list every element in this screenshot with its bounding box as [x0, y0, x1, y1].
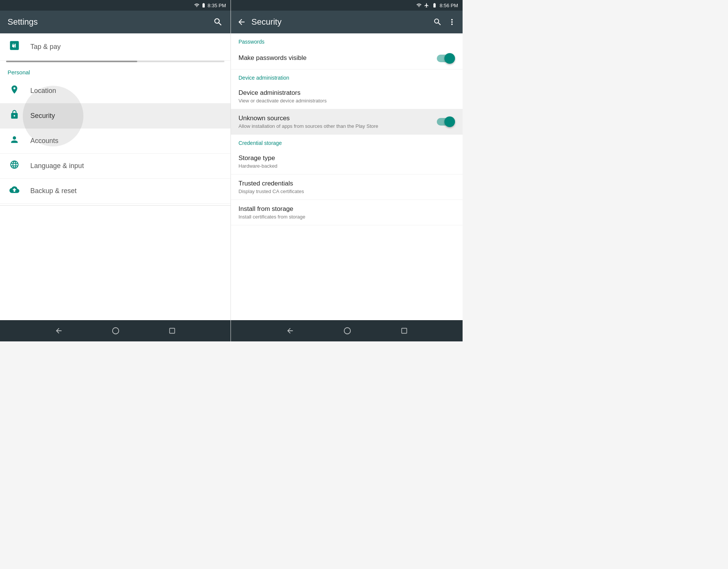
unknown-sources-toggle[interactable] [437, 116, 455, 127]
top-bar-right: Security [231, 11, 463, 33]
svg-rect-3 [402, 328, 406, 333]
accounts-label: Accounts [30, 137, 58, 145]
back-nav-icon-left[interactable] [55, 327, 63, 335]
install-from-storage-item[interactable]: Install from storage Install certificate… [231, 200, 463, 225]
right-panel: 8:56 PM Security Passwords Make password… [231, 0, 463, 341]
settings-title: Settings [8, 17, 38, 27]
back-button[interactable] [237, 17, 246, 27]
make-passwords-visible-text: Make passwords visible [238, 54, 307, 63]
status-bar-left: 8:35 PM [0, 0, 231, 11]
status-bar-right: 8:56 PM [231, 0, 463, 11]
time-left: 8:35 PM [208, 3, 226, 8]
battery-icon-right [431, 3, 438, 8]
personal-section-header: Personal [0, 62, 231, 79]
install-from-storage-subtitle: Install certificates from storage [238, 214, 305, 220]
credential-storage-section-header: Credential storage [231, 135, 463, 149]
signal-icon [194, 3, 199, 8]
nfc-icon [8, 40, 21, 53]
wifi-icon [416, 3, 422, 8]
recent-nav-icon-left[interactable] [168, 327, 176, 335]
home-nav-icon-right[interactable] [343, 327, 351, 335]
time-right: 8:56 PM [440, 3, 458, 8]
storage-type-text: Storage type Hardware-backed [238, 154, 278, 169]
home-nav-icon-left[interactable] [111, 327, 120, 335]
svg-point-2 [344, 328, 350, 334]
divider [0, 205, 231, 206]
globe-icon [8, 160, 21, 172]
sidebar-item-language[interactable]: Language & input [0, 154, 231, 179]
backup-label: Backup & reset [30, 187, 77, 195]
tap-pay-label: Tap & pay [30, 43, 61, 51]
security-page-title: Security [251, 17, 428, 27]
person-icon [8, 135, 21, 147]
make-passwords-visible-title: Make passwords visible [238, 54, 307, 62]
device-administrators-subtitle: View or deactivate device administrators [238, 98, 326, 104]
more-options-icon[interactable] [447, 17, 457, 27]
nav-bar-left [0, 320, 231, 341]
search-icon-right[interactable] [433, 17, 442, 27]
recent-nav-icon-right[interactable] [400, 327, 408, 335]
storage-type-item[interactable]: Storage type Hardware-backed [231, 149, 463, 174]
search-icon-left[interactable] [213, 17, 223, 27]
back-nav-icon-right[interactable] [286, 327, 294, 335]
tap-pay-item[interactable]: Tap & pay [0, 33, 231, 61]
svg-rect-1 [169, 328, 174, 333]
unknown-sources-subtitle: Allow installation of apps from sources … [238, 123, 378, 129]
install-from-storage-title: Install from storage [238, 205, 305, 213]
top-bar-left: Settings [0, 11, 231, 33]
language-label: Language & input [30, 162, 84, 170]
storage-type-title: Storage type [238, 154, 278, 162]
nav-bar-right [231, 320, 463, 341]
right-content: Passwords Make passwords visible Device … [231, 33, 463, 320]
backup-icon [8, 185, 21, 197]
left-panel: 8:35 PM Settings Tap & pay Personal [0, 0, 231, 341]
sidebar-item-security[interactable]: Security [0, 104, 231, 129]
device-administrators-title: Device administrators [238, 89, 326, 97]
location-label: Location [30, 87, 56, 95]
security-label: Security [30, 112, 55, 120]
unknown-sources-item[interactable]: Unknown sources Allow installation of ap… [231, 109, 463, 135]
sidebar-item-location[interactable]: Location [0, 79, 231, 104]
left-content: Tap & pay Personal Location Se [0, 33, 231, 320]
trusted-credentials-title: Trusted credentials [238, 180, 304, 187]
make-passwords-visible-item[interactable]: Make passwords visible [231, 48, 463, 69]
battery-icon-left [201, 3, 206, 8]
trusted-credentials-text: Trusted credentials Display trusted CA c… [238, 180, 304, 194]
location-icon [8, 85, 21, 97]
trusted-credentials-subtitle: Display trusted CA certificates [238, 189, 304, 194]
sidebar-item-backup[interactable]: Backup & reset [0, 179, 231, 204]
install-from-storage-text: Install from storage Install certificate… [238, 205, 305, 220]
passwords-section-header: Passwords [231, 33, 463, 48]
device-admin-section-header: Device administration [231, 69, 463, 84]
unknown-sources-text: Unknown sources Allow installation of ap… [238, 115, 378, 129]
device-administrators-text: Device administrators View or deactivate… [238, 89, 326, 104]
trusted-credentials-item[interactable]: Trusted credentials Display trusted CA c… [231, 174, 463, 200]
sidebar-item-accounts[interactable]: Accounts [0, 129, 231, 154]
lock-icon [8, 110, 21, 122]
make-passwords-toggle[interactable] [437, 53, 455, 64]
unknown-sources-title: Unknown sources [238, 115, 378, 122]
svg-point-0 [113, 328, 119, 334]
storage-type-subtitle: Hardware-backed [238, 163, 278, 169]
airplane-icon [424, 3, 429, 8]
scroll-indicator [6, 61, 224, 62]
action-icons [433, 17, 457, 27]
device-administrators-item[interactable]: Device administrators View or deactivate… [231, 84, 463, 109]
